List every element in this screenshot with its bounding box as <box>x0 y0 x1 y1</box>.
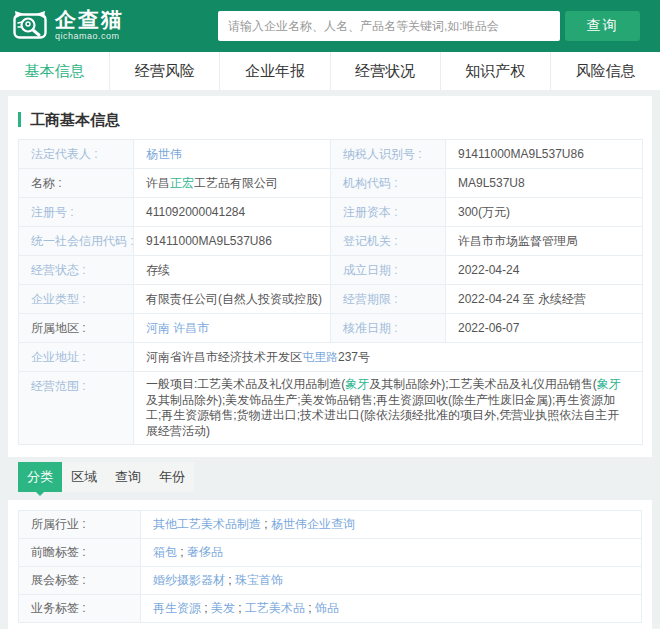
filter-tab-label: 分类 <box>27 469 53 484</box>
tab-risk-info[interactable]: 风险信息 <box>550 52 660 90</box>
foresight-link[interactable]: 箱包 <box>153 545 177 559</box>
separator: ; <box>201 601 211 615</box>
tab-operating-status[interactable]: 经营状况 <box>330 52 440 90</box>
industry-links: 其他工艺美术品制造 ; 杨世伟企业查询 <box>141 511 642 539</box>
table-row: 所属地区 : 河南 许昌市 核准日期 : 2022-06-07 <box>19 314 643 343</box>
tab-basic-info[interactable]: 基本信息 <box>0 52 109 90</box>
scope-highlight: 象牙 <box>597 377 621 391</box>
industry-link[interactable]: 其他工艺美术品制造 <box>153 517 261 531</box>
org-code-label: 机构代码 : <box>331 169 446 198</box>
reg-capital-label: 注册资本 : <box>331 198 446 227</box>
filter-tab-query[interactable]: 查询 <box>106 462 150 492</box>
tags-table: 所属行业 : 其他工艺美术品制造 ; 杨世伟企业查询 前瞻标签 : 箱包 ; 奢… <box>18 510 642 623</box>
scope-part: 及其制品除外);美发饰品生产;美发饰品销售;再生资源回收(除生产性废旧金属);再… <box>146 393 619 438</box>
table-row: 业务标签 : 再生资源 ; 美发 ; 工艺美术品 ; 饰品 <box>19 595 642 623</box>
nav-tabbar: 基本信息 经营风险 企业年报 经营状况 知识产权 风险信息 <box>0 52 660 90</box>
scope-highlight: 象牙 <box>345 377 369 391</box>
term-label: 经营期限 : <box>331 285 446 314</box>
filter-tabbar: 分类 区域 查询 年份 <box>18 462 194 492</box>
table-row: 法定代表人 : 杨世伟 纳税人识别号 : 91411000MA9L537U86 <box>19 140 643 169</box>
name-part: 工艺品有限公司 <box>194 176 278 190</box>
search-button[interactable]: 查询 <box>565 11 640 41</box>
status-label: 经营状态 : <box>19 256 134 285</box>
app-header: 企查猫 qichamao.com 查询 <box>0 0 660 52</box>
term-value: 2022-04-24 至 永续经营 <box>446 285 643 314</box>
tab-annual-report[interactable]: 企业年报 <box>219 52 329 90</box>
foresight-label: 前瞻标签 : <box>19 539 141 567</box>
credit-code-label: 统一社会信用代码 : <box>19 227 134 256</box>
approval-date-label: 核准日期 : <box>331 314 446 343</box>
logo-title: 企查猫 <box>55 9 124 31</box>
tab-business-risk[interactable]: 经营风险 <box>109 52 219 90</box>
search-bar: 查询 <box>218 11 560 41</box>
foresight-links: 箱包 ; 奢侈品 <box>141 539 642 567</box>
business-tag-link[interactable]: 再生资源 <box>153 601 201 615</box>
org-code-value: MA9L537U8 <box>446 169 643 198</box>
foresight-link[interactable]: 奢侈品 <box>187 545 223 559</box>
business-info-table: 法定代表人 : 杨世伟 纳税人识别号 : 91411000MA9L537U86 … <box>18 139 643 445</box>
separator: ; <box>177 545 187 559</box>
tags-panel: 所属行业 : 其他工艺美术品制造 ; 杨世伟企业查询 前瞻标签 : 箱包 ; 奢… <box>8 500 652 629</box>
filter-tab-region[interactable]: 区域 <box>62 462 106 492</box>
exhibition-link[interactable]: 珠宝首饰 <box>235 573 283 587</box>
company-name-value: 许昌正宏工艺品有限公司 <box>134 169 331 198</box>
credit-code-value: 91411000MA9L537U86 <box>134 227 331 256</box>
approval-date-value: 2022-06-07 <box>446 314 643 343</box>
industry-link[interactable]: 杨世伟企业查询 <box>271 517 355 531</box>
address-part: 237号 <box>338 350 370 364</box>
business-info-panel: 工商基本信息 法定代表人 : 杨世伟 纳税人识别号 : 91411000MA9L… <box>8 96 652 457</box>
est-date-label: 成立日期 : <box>331 256 446 285</box>
table-row: 名称 : 许昌正宏工艺品有限公司 机构代码 : MA9L537U8 <box>19 169 643 198</box>
logo[interactable]: 企查猫 qichamao.com <box>12 9 124 41</box>
scope-part: 一般项目:工艺美术品及礼仪用品制造( <box>146 377 345 391</box>
filter-tab-year[interactable]: 年份 <box>150 462 194 492</box>
table-row: 经营状态 : 存续 成立日期 : 2022-04-24 <box>19 256 643 285</box>
scope-value: 一般项目:工艺美术品及礼仪用品制造(象牙及其制品除外);工艺美术品及礼仪用品销售… <box>134 372 643 445</box>
cat-logo-icon <box>12 9 48 41</box>
legal-rep-label: 法定代表人 : <box>19 140 134 169</box>
industry-label: 所属行业 : <box>19 511 141 539</box>
legal-rep-link[interactable]: 杨世伟 <box>146 147 182 161</box>
table-row: 经营范围 : 一般项目:工艺美术品及礼仪用品制造(象牙及其制品除外);工艺美术品… <box>19 372 643 445</box>
reg-authority-value: 许昌市市场监督管理局 <box>446 227 643 256</box>
taxpayer-id-label: 纳税人识别号 : <box>331 140 446 169</box>
search-input[interactable] <box>218 11 560 41</box>
scope-label: 经营范围 : <box>19 372 134 445</box>
business-tags-links: 再生资源 ; 美发 ; 工艺美术品 ; 饰品 <box>141 595 642 623</box>
separator: ; <box>225 573 235 587</box>
business-tag-link[interactable]: 美发 <box>211 601 235 615</box>
region-link[interactable]: 河南 许昌市 <box>146 321 209 335</box>
table-row: 统一社会信用代码 : 91411000MA9L537U86 登记机关 : 许昌市… <box>19 227 643 256</box>
company-type-value: 有限责任公司(自然人投资或控股) <box>134 285 331 314</box>
name-part: 许昌 <box>146 176 170 190</box>
region-label: 所属地区 : <box>19 314 134 343</box>
address-value: 河南省许昌市经济技术开发区屯里路237号 <box>134 343 643 372</box>
logo-domain: qichamao.com <box>55 31 124 41</box>
exhibition-label: 展会标签 : <box>19 567 141 595</box>
reg-capital-value: 300(万元) <box>446 198 643 227</box>
table-row: 所属行业 : 其他工艺美术品制造 ; 杨世伟企业查询 <box>19 511 642 539</box>
reg-no-value: 411092000041284 <box>134 198 331 227</box>
tab-intellectual-property[interactable]: 知识产权 <box>440 52 550 90</box>
active-tab-pointer-icon <box>36 492 44 496</box>
name-label: 名称 : <box>19 169 134 198</box>
taxpayer-id-value: 91411000MA9L537U86 <box>446 140 643 169</box>
exhibition-link[interactable]: 婚纱摄影器材 <box>153 573 225 587</box>
company-type-label: 企业类型 : <box>19 285 134 314</box>
address-road-link[interactable]: 屯里路 <box>302 350 338 364</box>
table-row: 展会标签 : 婚纱摄影器材 ; 珠宝首饰 <box>19 567 642 595</box>
table-row: 前瞻标签 : 箱包 ; 奢侈品 <box>19 539 642 567</box>
address-part: 河南省许昌市经济技术开发区 <box>146 350 302 364</box>
est-date-value: 2022-04-24 <box>446 256 643 285</box>
table-row: 注册号 : 411092000041284 注册资本 : 300(万元) <box>19 198 643 227</box>
address-label: 企业地址 : <box>19 343 134 372</box>
name-highlight: 正宏 <box>170 176 194 190</box>
business-tag-link[interactable]: 工艺美术品 <box>245 601 305 615</box>
filter-tab-category[interactable]: 分类 <box>18 462 62 492</box>
scope-part: 及其制品除外);工艺美术品及礼仪用品销售( <box>369 377 596 391</box>
business-tag-link[interactable]: 饰品 <box>315 601 339 615</box>
separator: ; <box>235 601 245 615</box>
separator: ; <box>261 517 271 531</box>
exhibition-links: 婚纱摄影器材 ; 珠宝首饰 <box>141 567 642 595</box>
table-row: 企业类型 : 有限责任公司(自然人投资或控股) 经营期限 : 2022-04-2… <box>19 285 643 314</box>
